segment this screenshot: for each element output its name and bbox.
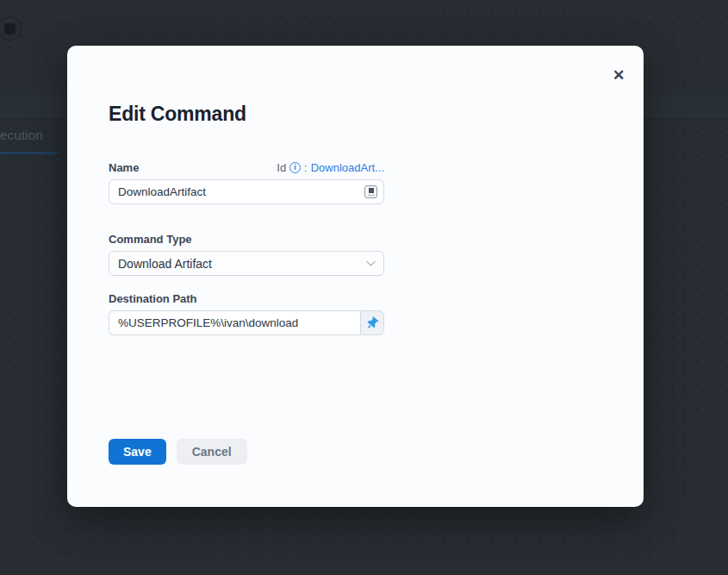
stop-node-button[interactable] [0, 16, 22, 41]
command-type-label: Command Type [109, 233, 192, 246]
command-type-select[interactable]: Download Artifact [109, 251, 384, 276]
destination-path-wrapper [109, 310, 384, 335]
name-input[interactable] [109, 179, 384, 204]
name-input-wrapper [109, 179, 384, 204]
edit-command-form: Name Id i : DownloadArt... Command Type … [109, 160, 384, 465]
autofill-badge-glyph [369, 188, 374, 193]
dialog-action-row: Save Cancel [109, 439, 384, 465]
pin-addon-button[interactable] [360, 310, 384, 335]
command-type-selected-value: Download Artifact [118, 257, 212, 271]
chevron-down-icon [366, 260, 376, 267]
save-button[interactable]: Save [109, 439, 166, 465]
command-id-row: Id i : DownloadArt... [277, 161, 384, 174]
pin-icon [364, 315, 381, 332]
autofill-badge-icon[interactable] [364, 185, 377, 198]
id-label: Id [277, 161, 286, 174]
info-icon[interactable]: i [289, 162, 301, 173]
name-label: Name [109, 161, 139, 174]
name-label-row: Name Id i : DownloadArt... [109, 160, 384, 174]
id-separator: : [304, 161, 308, 174]
destination-path-label: Destination Path [109, 292, 197, 305]
tab-execution[interactable]: ecution [0, 128, 43, 153]
command-type-label-row: Command Type [109, 232, 384, 246]
destination-path-label-row: Destination Path [109, 291, 384, 305]
cancel-button[interactable]: Cancel [177, 439, 247, 465]
command-id-link[interactable]: DownloadArt... [311, 161, 384, 174]
edit-command-dialog: ✕ Edit Command Name Id i : DownloadArt..… [67, 46, 644, 507]
active-tab-underline [0, 152, 57, 154]
close-icon[interactable]: ✕ [607, 64, 630, 86]
destination-path-input[interactable] [109, 310, 360, 335]
dialog-title: Edit Command [109, 103, 246, 126]
autofill-badge-line [368, 195, 375, 197]
stop-icon [4, 23, 16, 34]
